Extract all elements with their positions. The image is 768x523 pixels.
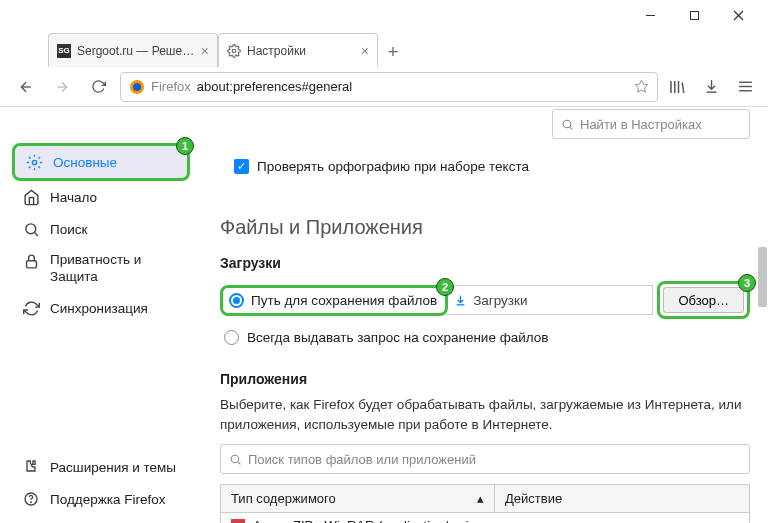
downloads-row: Путь для сохранения файлов 2 Загрузки Об…	[220, 281, 750, 319]
sidebar-active-wrap: Основные 1	[12, 143, 190, 181]
col-action[interactable]: Действие	[495, 485, 572, 512]
svg-point-4	[232, 49, 236, 53]
lock-icon	[22, 252, 40, 270]
step-badge-3: 3	[738, 274, 756, 292]
bookmark-star-icon[interactable]	[634, 79, 649, 94]
scrollbar-thumb[interactable]	[758, 247, 767, 307]
svg-marker-9	[635, 80, 648, 92]
sidebar: Основные 1 Начало Поиск Приват	[0, 107, 190, 523]
sidebar-label: Синхронизация	[50, 301, 148, 316]
sidebar-item-extensions[interactable]: Расширения и темы	[12, 451, 190, 483]
table-head: Тип содержимого ▴ Действие	[221, 485, 749, 513]
download-path-field[interactable]: Загрузки	[446, 285, 653, 315]
url-brand: Firefox	[151, 79, 191, 94]
apps-heading: Приложения	[220, 371, 750, 387]
save-to-option[interactable]: Путь для сохранения файлов 2	[220, 285, 448, 316]
downloads-icon[interactable]	[700, 76, 722, 98]
url-text: about:preferences#general	[197, 79, 352, 94]
sidebar-label: Поддержка Firefox	[50, 492, 165, 507]
tab-label: Настройки	[247, 44, 355, 58]
help-icon	[22, 490, 40, 508]
file-type-icon	[231, 519, 245, 523]
sidebar-item-search[interactable]: Поиск	[12, 213, 190, 245]
settings-search[interactable]: Найти в Настройках	[552, 109, 750, 139]
col-content-type[interactable]: Тип содержимого ▴	[221, 485, 495, 512]
sidebar-item-home[interactable]: Начало	[12, 181, 190, 213]
spellcheck-row[interactable]: ✓ Проверять орфографию при наборе текста	[234, 159, 750, 174]
sidebar-label: Расширения и темы	[50, 460, 176, 475]
menu-icon[interactable]	[734, 76, 756, 98]
search-icon	[22, 220, 40, 238]
sidebar-item-privacy[interactable]: Приватность и Защита	[12, 245, 190, 293]
browse-button[interactable]: Обзор…	[663, 287, 744, 313]
checkbox-checked-icon: ✓	[234, 159, 249, 174]
svg-rect-1	[690, 12, 698, 20]
puzzle-icon	[22, 458, 40, 476]
sidebar-item-general[interactable]: Основные	[15, 146, 187, 178]
apps-table: Тип содержимого ▴ Действие Архив ZIP - W…	[220, 484, 750, 523]
svg-point-24	[31, 502, 32, 503]
svg-line-13	[682, 82, 684, 93]
tab-label: Sergoot.ru — Решение ваших	[77, 44, 195, 58]
tab-sergoot[interactable]: SG Sergoot.ru — Решение ваших ×	[48, 33, 218, 67]
window-chrome	[0, 0, 768, 31]
svg-line-21	[34, 232, 37, 235]
apps-search[interactable]: Поиск типов файлов или приложений	[220, 444, 750, 474]
url-bar[interactable]: Firefox about:preferences#general	[120, 72, 658, 102]
tabs-row: SG Sergoot.ru — Решение ваших × Настройк…	[0, 31, 768, 67]
always-ask-label: Всегда выдавать запрос на сохранение фай…	[247, 330, 549, 345]
apps-search-placeholder: Поиск типов файлов или приложений	[248, 452, 476, 467]
firefox-icon	[129, 79, 145, 95]
close-icon[interactable]: ×	[361, 43, 369, 59]
sort-icon: ▴	[477, 491, 484, 506]
tab-settings[interactable]: Настройки ×	[218, 33, 378, 67]
forward-button[interactable]	[48, 73, 76, 101]
home-icon	[22, 188, 40, 206]
svg-rect-22	[26, 260, 36, 267]
download-arrow-icon	[454, 294, 467, 307]
spellcheck-label: Проверять орфографию при наборе текста	[257, 159, 529, 174]
step-badge-2: 2	[436, 278, 454, 296]
sidebar-item-support[interactable]: Поддержка Firefox	[12, 483, 190, 515]
svg-point-19	[32, 160, 36, 164]
search-icon	[229, 453, 242, 466]
reload-button[interactable]	[84, 73, 112, 101]
svg-line-26	[570, 127, 572, 129]
browse-wrap: Обзор… 3	[657, 281, 750, 319]
svg-point-8	[133, 83, 141, 91]
section-files-apps: Файлы и Приложения	[220, 216, 750, 239]
toolbar-right	[666, 76, 756, 98]
browse-label: Обзор…	[678, 293, 729, 308]
sidebar-label: Начало	[50, 190, 97, 205]
radio-empty-icon	[224, 330, 239, 345]
new-tab-button[interactable]: +	[378, 37, 408, 67]
save-to-label: Путь для сохранения файлов	[251, 293, 437, 308]
minimize-button[interactable]	[628, 2, 672, 30]
sidebar-label: Поиск	[50, 222, 87, 237]
radio-selected-icon	[229, 293, 244, 308]
svg-point-25	[563, 120, 571, 128]
always-ask-option[interactable]: Всегда выдавать запрос на сохранение фай…	[224, 330, 750, 345]
back-button[interactable]	[12, 73, 40, 101]
svg-point-29	[231, 455, 239, 463]
maximize-button[interactable]	[672, 2, 716, 30]
apps-description: Выберите, как Firefox будет обрабатывать…	[220, 395, 750, 434]
svg-line-30	[238, 462, 240, 464]
close-window-button[interactable]	[716, 2, 760, 30]
main-pane: Найти в Настройках ✓ Проверять орфографи…	[190, 107, 768, 523]
sidebar-footer: Расширения и темы Поддержка Firefox	[12, 451, 190, 515]
sidebar-label: Основные	[53, 155, 117, 170]
search-placeholder: Найти в Настройках	[580, 117, 702, 132]
favicon-sg-icon: SG	[57, 44, 71, 58]
gear-icon	[227, 44, 241, 58]
sidebar-item-sync[interactable]: Синхронизация	[12, 293, 190, 325]
gear-icon	[25, 153, 43, 171]
library-icon[interactable]	[666, 76, 688, 98]
toolbar: Firefox about:preferences#general	[0, 67, 768, 107]
download-path-text: Загрузки	[473, 293, 527, 308]
close-icon[interactable]: ×	[201, 43, 209, 59]
downloads-heading: Загрузки	[220, 255, 750, 271]
svg-point-20	[25, 223, 35, 233]
table-row[interactable]: Архив ZIP - WinRAR (application/x-zip-	[221, 513, 749, 523]
sync-icon	[22, 300, 40, 318]
